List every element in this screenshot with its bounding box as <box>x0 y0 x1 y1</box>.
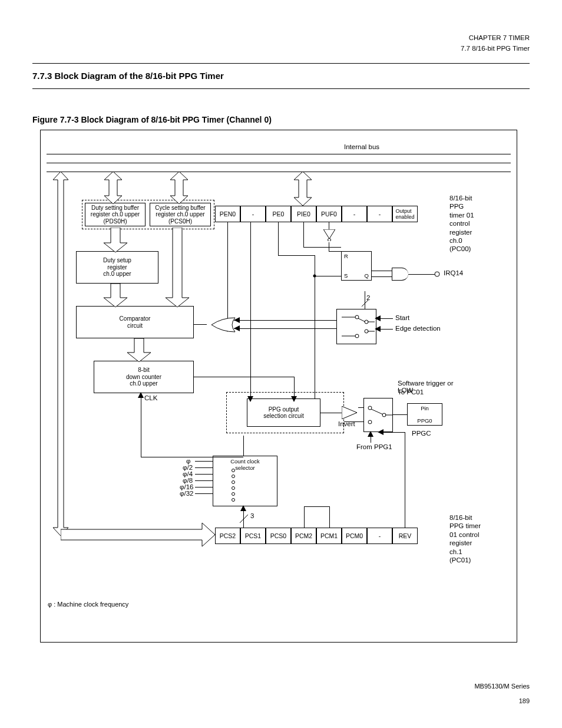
svg-marker-2 <box>104 228 127 252</box>
wire <box>365 291 365 309</box>
svg-marker-27 <box>247 396 253 402</box>
svg-point-10 <box>435 272 439 276</box>
down-arrow-icon <box>126 338 152 362</box>
wire <box>303 222 304 247</box>
rsq-r: R <box>344 253 348 259</box>
svg-line-11 <box>362 299 369 307</box>
series-label: MB95130/M Series <box>32 683 530 690</box>
wire <box>195 467 213 468</box>
svg-point-43 <box>232 499 235 502</box>
irq-label: IRQ14 <box>444 269 463 276</box>
terminal-icon <box>434 271 441 277</box>
wire <box>195 461 213 462</box>
arrowhead-left-icon <box>375 326 381 332</box>
svg-marker-5 <box>127 338 151 362</box>
wire <box>303 247 341 248</box>
arrowhead-down-icon <box>247 396 253 402</box>
wire <box>329 506 330 528</box>
bus-arrow-icon <box>98 172 128 204</box>
wire <box>320 413 342 413</box>
header-rule-top <box>32 63 530 64</box>
lower-control-register-bits: PCS2 PCS1 PCS0 PCM2 PCM1 PCM0 - REV <box>215 528 418 544</box>
header-rule-bottom <box>32 88 530 89</box>
bit-blank: - <box>240 206 266 222</box>
slash-icon <box>361 298 370 308</box>
arrowhead-down-icon <box>291 396 297 402</box>
svg-marker-22 <box>234 325 240 331</box>
bit-pcs2: PCS2 <box>215 528 240 544</box>
bit-pcm1: PCM1 <box>316 528 342 544</box>
wire <box>194 324 207 325</box>
svg-marker-46 <box>378 429 384 435</box>
rsq-q: Q <box>365 272 369 279</box>
svg-marker-4 <box>166 228 189 307</box>
wire <box>344 421 364 422</box>
svg-marker-24 <box>375 326 381 332</box>
bit-pcs0: PCS0 <box>266 528 291 544</box>
ppg-output-selection: PPG output selection circuit <box>247 398 320 427</box>
wire <box>278 255 315 256</box>
svg-point-30 <box>368 420 372 424</box>
wire <box>141 457 243 457</box>
down-counter-block: 8-bit down counter ch.0 upper <box>94 361 194 393</box>
wire <box>243 436 244 456</box>
svg-marker-21 <box>234 317 240 323</box>
long-down-arrow-icon <box>164 228 190 307</box>
arrowhead-left-icon <box>234 325 240 331</box>
svg-marker-26 <box>291 396 297 402</box>
svg-point-40 <box>232 481 235 484</box>
wire <box>227 222 228 328</box>
bit-pe0: PE0 <box>266 206 291 222</box>
arrowhead-up-icon <box>240 505 246 511</box>
ppgc-label: PPGC <box>412 430 431 437</box>
arrowhead-left-icon <box>375 315 381 321</box>
wire <box>315 276 341 276</box>
svg-point-42 <box>232 493 235 496</box>
svg-line-18 <box>358 318 365 322</box>
comparator-block: Comparator circuit <box>76 306 194 338</box>
svg-marker-3 <box>104 284 127 307</box>
svg-marker-8 <box>323 229 335 239</box>
bus-arrow-icon <box>164 172 194 204</box>
wire <box>372 271 392 271</box>
wire <box>405 432 405 528</box>
internal-bus-label: Internal bus <box>344 143 379 150</box>
cycle-buffer-hi: Cycle setting buffer register ch.0 upper… <box>150 203 211 226</box>
bit-pcs1: PCS1 <box>240 528 266 544</box>
svg-marker-37 <box>61 523 215 546</box>
svg-point-39 <box>232 475 235 478</box>
buffer-icon <box>342 406 358 419</box>
bus-line <box>47 163 511 163</box>
bit-pcm0: PCM0 <box>342 528 367 544</box>
bit-blank: - <box>367 528 392 544</box>
pc00-annotation: 8/16-bit PPG timer 01 control register c… <box>449 194 491 253</box>
svg-marker-28 <box>342 406 357 419</box>
wire <box>278 222 279 255</box>
bit-pen0: PEN0 <box>215 206 240 222</box>
wire <box>372 276 392 277</box>
rsq-s: S <box>344 272 348 279</box>
svg-line-45 <box>240 515 248 523</box>
wire <box>195 493 213 494</box>
bit-output-enabled: Output enabled <box>392 206 418 222</box>
duty-setup-register: Duty setup register ch.0 upper <box>76 251 158 284</box>
figure-caption: Figure 7.7-3 Block Diagram of 8/16-bit P… <box>32 115 272 124</box>
svg-point-9 <box>328 239 331 242</box>
arrowhead-left-icon <box>378 429 384 435</box>
page-header: CHAPTER 7 TIMER 7.7 8/16-bit PPG Timer <box>461 34 530 52</box>
svg-marker-36 <box>53 172 68 536</box>
count-clock-selector: Count clock selector <box>213 456 277 506</box>
bus-arrow-icon <box>288 172 318 206</box>
arrowhead-left-icon <box>234 317 240 323</box>
bit-rev: REV <box>392 528 418 544</box>
long-bus-arrow-icon <box>51 172 71 536</box>
start-label: Start <box>395 314 409 321</box>
svg-marker-23 <box>375 315 381 321</box>
wire <box>194 377 294 377</box>
bit-pie0: PIE0 <box>291 206 316 222</box>
wire <box>195 474 213 475</box>
wire <box>294 377 295 398</box>
diagram-frame: Internal bus Duty setting buffer registe… <box>40 130 517 643</box>
down-arrow-icon <box>103 284 128 307</box>
wire <box>234 320 336 321</box>
